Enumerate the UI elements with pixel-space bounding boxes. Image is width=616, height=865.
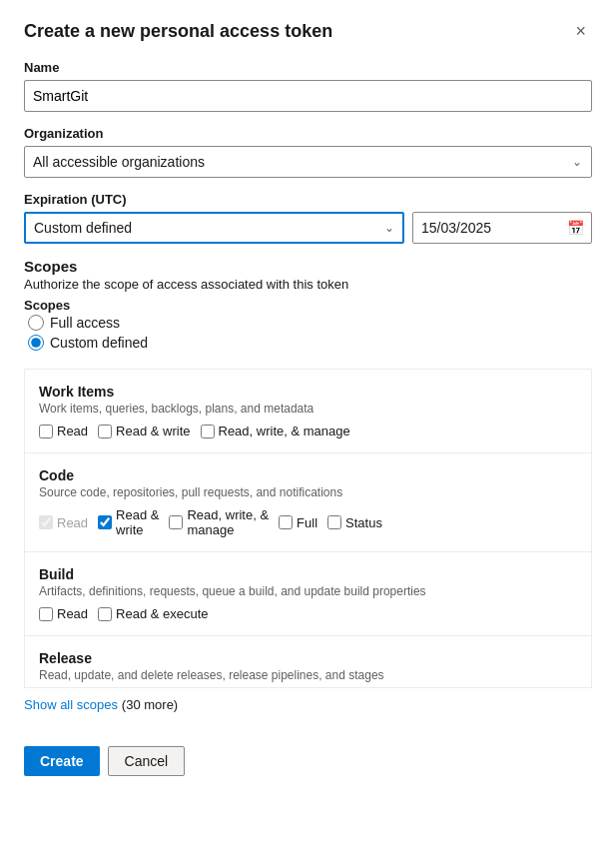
build-read-label[interactable]: Read	[57, 606, 88, 621]
build-read-checkbox[interactable]	[39, 607, 53, 621]
show-all-scopes-row: Show all scopes (30 more)	[24, 696, 592, 726]
work-items-readwrite-checkbox[interactable]	[98, 425, 112, 438]
work-items-desc: Work items, queries, backlogs, plans, an…	[39, 402, 577, 416]
work-items-read-label[interactable]: Read	[57, 424, 88, 438]
work-items-read-item: Read	[39, 424, 88, 438]
date-input-wrapper: 📅	[412, 212, 592, 244]
organization-select-wrapper: All accessible organizations ⌄	[24, 146, 592, 178]
scope-block-build: Build Artifacts, definitions, requests, …	[25, 552, 591, 636]
work-items-manage-checkbox[interactable]	[201, 425, 215, 438]
expiry-select-wrapper: Custom defined 30 days 60 days 90 days 1…	[24, 212, 404, 244]
code-status-checkbox[interactable]	[327, 515, 341, 529]
code-status-label[interactable]: Status	[345, 515, 382, 530]
build-execute-label[interactable]: Read & execute	[116, 606, 209, 621]
work-items-checkboxes: Read Read & write Read, write, & manage	[39, 424, 577, 438]
code-read-item: Read	[39, 515, 88, 530]
expiration-label: Expiration (UTC)	[24, 192, 592, 207]
code-manage-item: Read, write, &manage	[169, 507, 269, 537]
release-title: Release	[39, 650, 577, 666]
work-items-manage-label[interactable]: Read, write, & manage	[219, 424, 350, 438]
scopes-radio-group: Full access Custom defined	[28, 315, 592, 351]
work-items-readwrite-label[interactable]: Read & write	[116, 424, 190, 438]
scopes-scrollable-area[interactable]: Work Items Work items, queries, backlogs…	[24, 369, 592, 688]
scopes-section: Scopes Authorize the scope of access ass…	[24, 258, 592, 351]
name-input[interactable]	[24, 80, 592, 112]
scopes-label-row: Scopes	[24, 298, 592, 313]
scopes-title: Scopes	[24, 258, 592, 275]
code-read-label: Read	[57, 515, 88, 530]
code-manage-label[interactable]: Read, write, &manage	[187, 507, 269, 537]
radio-full-access-label[interactable]: Full access	[50, 315, 120, 331]
date-input[interactable]	[412, 212, 592, 244]
footer-buttons: Create Cancel	[24, 746, 592, 776]
radio-full-access-row: Full access	[28, 315, 592, 331]
code-checkboxes: Read Read &write Read, write, &manage Fu…	[39, 507, 577, 537]
code-readwrite-label[interactable]: Read &write	[116, 507, 159, 537]
work-items-read-checkbox[interactable]	[39, 425, 53, 438]
scopes-description: Authorize the scope of access associated…	[24, 277, 592, 292]
create-button[interactable]: Create	[24, 746, 100, 776]
radio-custom-row: Custom defined	[28, 335, 592, 351]
code-title: Code	[39, 467, 577, 483]
work-items-title: Work Items	[39, 384, 577, 400]
cancel-button[interactable]: Cancel	[108, 746, 186, 776]
expiry-select[interactable]: Custom defined 30 days 60 days 90 days 1…	[24, 212, 404, 244]
name-field-group: Name	[24, 60, 592, 126]
organization-field-group: Organization All accessible organization…	[24, 126, 592, 192]
work-items-readwrite-item: Read & write	[98, 424, 190, 438]
build-read-item: Read	[39, 606, 88, 621]
radio-full-access[interactable]	[28, 315, 44, 331]
code-full-label[interactable]: Full	[297, 515, 317, 530]
build-execute-item: Read & execute	[98, 606, 209, 621]
close-button[interactable]: ×	[569, 20, 592, 42]
build-execute-checkbox[interactable]	[98, 607, 112, 621]
code-readwrite-item: Read &write	[98, 507, 159, 537]
organization-select[interactable]: All accessible organizations	[24, 146, 592, 178]
code-readwrite-checkbox[interactable]	[98, 515, 112, 529]
code-read-checkbox	[39, 515, 53, 529]
code-status-item: Status	[327, 515, 382, 530]
build-title: Build	[39, 566, 577, 582]
dialog: Create a new personal access token × Nam…	[0, 0, 616, 865]
code-desc: Source code, repositories, pull requests…	[39, 485, 577, 499]
code-full-checkbox[interactable]	[279, 515, 293, 529]
radio-custom-defined[interactable]	[28, 335, 44, 351]
scopes-label: Scopes	[24, 298, 70, 313]
build-checkboxes: Read Read & execute	[39, 606, 577, 621]
release-desc: Read, update, and delete releases, relea…	[39, 668, 577, 682]
dialog-title: Create a new personal access token	[24, 21, 332, 42]
expiration-field-group: Expiration (UTC) Custom defined 30 days …	[24, 192, 592, 258]
code-full-item: Full	[279, 515, 317, 530]
organization-label: Organization	[24, 126, 592, 141]
radio-custom-label[interactable]: Custom defined	[50, 335, 148, 351]
scope-block-code: Code Source code, repositories, pull req…	[25, 453, 591, 552]
scope-block-work-items: Work Items Work items, queries, backlogs…	[25, 370, 591, 453]
dialog-header: Create a new personal access token ×	[24, 20, 592, 42]
expiry-row: Custom defined 30 days 60 days 90 days 1…	[24, 212, 592, 244]
scope-block-release: Release Read, update, and delete release…	[25, 636, 591, 688]
show-all-scopes-count: (30 more)	[122, 697, 178, 712]
name-label: Name	[24, 60, 592, 75]
build-desc: Artifacts, definitions, requests, queue …	[39, 584, 577, 598]
code-manage-checkbox[interactable]	[169, 515, 183, 529]
show-all-scopes-link[interactable]: Show all scopes	[24, 697, 118, 712]
work-items-manage-item: Read, write, & manage	[201, 424, 350, 438]
